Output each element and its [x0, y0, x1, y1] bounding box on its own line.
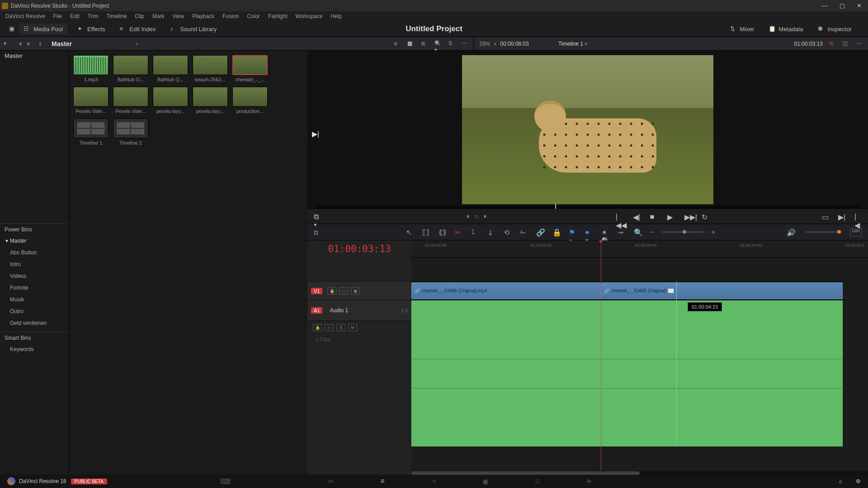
jump-first-icon[interactable]: |◀◀ [616, 213, 623, 220]
audio-clip[interactable] [601, 300, 843, 446]
power-bin-master[interactable]: ▾ Master [0, 235, 68, 247]
minimize-button[interactable]: — [822, 2, 828, 9]
viewer-image[interactable] [462, 55, 713, 204]
loop-button[interactable]: ↻ [702, 213, 709, 220]
playhead[interactable] [601, 240, 601, 475]
edit-index-button[interactable]: ≡Edit Index [115, 23, 160, 34]
import-icon[interactable]: ⤓ [38, 40, 45, 47]
metadata-button[interactable]: 📋Metadata [764, 23, 807, 34]
menu-item[interactable]: File [50, 13, 66, 19]
media-clip[interactable]: cheetah_-_... [232, 55, 268, 82]
solo-button[interactable]: S [336, 324, 345, 331]
insert-icon[interactable]: ⤵ [471, 228, 479, 236]
media-clip[interactable]: pexels-tary... [193, 87, 228, 114]
fusion-page-icon[interactable]: ✧ [429, 477, 439, 485]
snap-find-icon[interactable]: ⁕🔍 [601, 228, 609, 236]
last-frame-icon[interactable]: |◀ [854, 213, 862, 220]
edit-page-icon[interactable]: ≡ [377, 477, 388, 485]
media-pool-button[interactable]: ☷Media Pool [19, 23, 67, 34]
blade-edit-icon[interactable]: ✁ [520, 228, 528, 236]
power-bin-item[interactable]: Videos [0, 270, 68, 282]
power-bin-item[interactable]: Fortnite [0, 282, 68, 294]
power-bins-header[interactable]: Power Bins [0, 223, 68, 235]
bin-back-icon[interactable] [19, 42, 21, 46]
smart-bin-item[interactable]: Keywords [0, 343, 68, 355]
effects-button[interactable]: ✦Effects [73, 23, 110, 34]
deliver-page-icon[interactable]: ✈ [583, 477, 594, 485]
media-clip[interactable]: Timeline 1 [73, 118, 108, 145]
mixer-button[interactable]: ⇅Mixer [726, 23, 759, 34]
grid-view-icon[interactable]: ▦ [407, 40, 415, 47]
fullscreen-viewer-icon[interactable]: ▣ [9, 25, 16, 33]
timeline-view-icon[interactable]: ⧈ [314, 228, 322, 236]
menu-item[interactable]: Trim [84, 13, 102, 19]
media-clip[interactable]: 1.mp3 [73, 55, 108, 82]
bin-dropdown-icon[interactable]: ▾ [4, 40, 11, 47]
bin-name[interactable]: Master [52, 40, 72, 47]
step-back-icon[interactable]: ◀| [633, 213, 640, 220]
lock-icon[interactable]: 🔒 [552, 228, 561, 236]
search-timeline-icon[interactable]: 🔍 [634, 228, 642, 236]
power-bin-item[interactable]: Abo Button [0, 247, 68, 258]
bin-forward-icon[interactable] [28, 42, 30, 46]
dynamic-trim-icon[interactable]: ⟪⟫ [439, 228, 447, 236]
dual-view-icon[interactable]: ◫ [843, 40, 850, 47]
viewer-more-icon[interactable]: ⋯ [856, 40, 863, 47]
volume-slider[interactable] [806, 231, 842, 233]
media-clip[interactable]: pexels-tary... [153, 87, 188, 114]
media-clip[interactable]: Pexels Vide... [113, 87, 148, 114]
cut-page-icon[interactable]: ✄ [326, 477, 336, 485]
menu-item[interactable]: Mark [149, 13, 168, 19]
track-tag[interactable]: V1 [311, 288, 322, 294]
menu-item[interactable]: Playback [189, 13, 218, 19]
auto-select-icon[interactable]: ◇ [325, 324, 334, 331]
track-lock-icon[interactable]: 🔒 [327, 287, 336, 295]
selection-tool-icon[interactable]: ↖ [406, 228, 414, 236]
video-track[interactable]: 🔗 cheetah_-_53486 (Original).mp4 🔗 cheet… [411, 281, 868, 300]
sound-library-button[interactable]: ♪Sound Library [165, 23, 221, 34]
media-clip[interactable]: Timeline 2 [113, 118, 148, 145]
audio-track[interactable]: 01:00:04:23 [411, 300, 868, 446]
stop-button[interactable]: ■ [650, 213, 657, 220]
sort-icon[interactable]: ⇅ [448, 40, 455, 47]
zoom-out-button[interactable]: − [650, 228, 654, 236]
media-clip[interactable]: Pexels Vide... [73, 87, 108, 114]
video-clip[interactable]: 🔗 cheetah_-_53486 (Original) ⋯ [601, 282, 843, 299]
home-icon[interactable]: ⌂ [839, 478, 842, 484]
mute-button[interactable]: M [348, 324, 357, 331]
viewer-scrub-bar[interactable] [316, 206, 859, 208]
zoom-in-button[interactable]: + [711, 228, 715, 236]
viewer-zoom[interactable]: 29% [479, 41, 490, 47]
video-clip[interactable]: 🔗 cheetah_-_53486 (Original).mp4 [411, 282, 601, 299]
menu-item[interactable]: Edit [66, 13, 83, 19]
dim-button[interactable]: DIM [850, 228, 862, 236]
marker-icon[interactable]: ● ▾ [585, 228, 593, 236]
settings-icon[interactable]: ⚙ [856, 478, 861, 484]
timeline-timecode[interactable]: 01:00:03:13 [307, 240, 411, 258]
timeline-ruler[interactable]: 01:00:00:00 01:00:02:00 01:00:04:00 01:0… [411, 240, 868, 258]
blade-tool-icon[interactable]: ✂ [455, 228, 463, 236]
menu-item[interactable]: View [169, 13, 188, 19]
audio-clip[interactable] [411, 300, 601, 446]
strip-view-icon[interactable]: ⧈ [394, 40, 401, 47]
color-page-icon[interactable]: ◉ [480, 477, 491, 485]
media-clip[interactable]: beach-2562... [193, 55, 228, 82]
play-overlay-icon[interactable]: ▶| [312, 130, 319, 138]
power-bin-item[interactable]: Musik [0, 294, 68, 305]
play-button[interactable]: ▶ [667, 213, 675, 220]
power-bin-item[interactable]: Intro [0, 258, 68, 270]
power-bin-item[interactable]: Geld verdienen [0, 317, 68, 329]
menu-item[interactable]: Fusion [219, 13, 242, 19]
maximize-button[interactable]: ▢ [840, 2, 845, 9]
overwrite-icon[interactable]: ⤓ [487, 228, 495, 236]
replace-icon[interactable]: ⟲ [504, 228, 512, 236]
track-tag[interactable]: A1 [311, 307, 322, 314]
audio-track-header[interactable]: A1 Audio 1 2.0 [307, 300, 411, 320]
keyframe-dot-icon[interactable]: ○ [474, 212, 479, 221]
video-track-header[interactable]: V1 🔒 ◇ ▣ [307, 281, 411, 300]
flag-icon[interactable]: ⚑ ▾ [569, 228, 577, 236]
in-out-overlay-icon[interactable]: ▭ [822, 213, 829, 220]
more-icon[interactable]: ⋯ [462, 40, 469, 47]
match-frame-icon[interactable]: ⧉ ▾ [314, 213, 321, 220]
track-enable-icon[interactable]: ▣ [351, 287, 360, 295]
